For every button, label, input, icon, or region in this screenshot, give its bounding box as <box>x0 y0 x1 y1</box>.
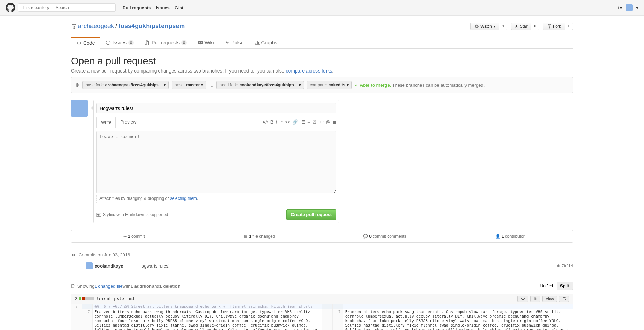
changed-files-link[interactable]: 1 changed file <box>95 284 123 289</box>
repo-name-link[interactable]: foss4gukhipsteripsem <box>119 23 185 30</box>
code-icon <box>77 41 81 45</box>
stats-bar: ⊸ 1 commit 🗎 1 file changed 💬 0 commit c… <box>71 230 573 243</box>
file-diff-icon <box>71 284 76 288</box>
rendered-toggle-icon[interactable]: 🗎 <box>530 296 540 302</box>
mention-icon[interactable]: @ <box>326 119 330 125</box>
code-icon[interactable]: <> <box>285 119 290 125</box>
commit-icon <box>71 253 76 257</box>
fork-count[interactable]: 1 <box>565 23 573 30</box>
repo-owner-link[interactable]: archaeogeek <box>78 23 114 30</box>
search-scope[interactable]: This repository <box>18 4 53 11</box>
repo-title: archaeogeek / foss4gukhipsteripsem <box>71 23 470 30</box>
pr-title-input[interactable] <box>96 103 336 113</box>
commit-row: cookandkaye Hogwarts rules! dc7bf14 <box>71 260 573 271</box>
eye-icon <box>474 24 479 29</box>
star-count[interactable]: 0 <box>531 23 539 30</box>
unified-view-button[interactable]: Unified <box>537 282 557 290</box>
page-title: Open a pull request <box>71 56 573 67</box>
view-file-button[interactable]: View <box>542 296 557 302</box>
text-size-icon[interactable]: AA <box>263 119 268 125</box>
pr-icon <box>145 40 150 45</box>
tab-graphs[interactable]: Graphs <box>249 37 283 48</box>
comment-box: Write Preview AABI ❝<>🔗 ☰≡☑ ↩@◼ Attach f… <box>93 100 339 223</box>
tab-wiki[interactable]: Wiki <box>192 37 219 48</box>
nav-pull-requests[interactable]: Pull requests <box>123 5 151 10</box>
page-subtitle: Create a new pull request by comparing c… <box>71 68 573 74</box>
source-toggle-icon[interactable]: <> <box>517 296 528 302</box>
user-menu-caret[interactable]: ▾ <box>636 5 638 10</box>
quote-icon[interactable]: ❝ <box>280 119 283 125</box>
tab-pull-requests[interactable]: Pull requests0 <box>139 37 192 48</box>
search-input[interactable] <box>53 4 115 11</box>
ol-icon[interactable]: ≡ <box>307 119 310 125</box>
merge-status: ✓ Able to merge. These branches can be a… <box>355 83 485 88</box>
ul-icon[interactable]: ☰ <box>301 119 305 125</box>
tab-issues[interactable]: Issues0 <box>100 37 139 48</box>
desktop-icon[interactable]: 🖵 <box>559 296 569 302</box>
file-diff: 2 loremhipster.md <> 🗎 View 🖵 ⇕ @@ -6,7 … <box>71 294 573 330</box>
split-view-button[interactable]: Split <box>557 282 573 290</box>
task-icon[interactable]: ☑ <box>312 119 316 125</box>
pulse-icon <box>225 40 230 45</box>
star-button[interactable]: ★ Star <box>511 23 531 30</box>
compare-branch-select[interactable]: compare: cnkedits ▾ <box>307 81 352 89</box>
markdown-hint[interactable]: Styling with Markdown is supported <box>96 212 168 217</box>
create-new-icon[interactable]: +▾ <box>617 5 622 10</box>
repo-forked-icon <box>71 24 77 29</box>
file-name[interactable]: loremhipster.md <box>97 296 134 301</box>
bold-icon[interactable]: B <box>270 119 273 125</box>
fork-button[interactable]: Fork <box>543 23 565 30</box>
comment-textarea[interactable] <box>96 131 336 193</box>
stat-comments[interactable]: 💬 0 commit comments <box>322 230 447 242</box>
user-avatar[interactable] <box>626 4 633 11</box>
select-files-link[interactable]: selecting them <box>170 196 197 201</box>
stat-commits[interactable]: ⊸ 1 commit <box>71 230 197 242</box>
reply-icon[interactable]: ↩ <box>320 119 324 125</box>
write-tab[interactable]: Write <box>96 117 116 128</box>
commit-sha[interactable]: dc7bf14 <box>557 264 573 268</box>
watch-button[interactable]: Watch ▾ <box>470 23 499 30</box>
watch-count[interactable]: 1 <box>499 23 507 30</box>
diffstat: 2 <box>75 297 94 301</box>
base-branch-select[interactable]: base: master ▾ <box>172 81 207 89</box>
nav-issues[interactable]: Issues <box>156 5 169 10</box>
base-fork-select[interactable]: base fork: archaeogeek/foss4gukhips... ▾ <box>82 81 169 89</box>
commit-message[interactable]: Hogwarts rules! <box>138 263 553 269</box>
book-icon <box>198 40 203 45</box>
bookmark-icon[interactable]: ◼ <box>332 119 336 125</box>
diff-context-row: 7Franzen bitters echo park swag thunderc… <box>71 309 573 330</box>
range-dots: … <box>209 83 214 88</box>
github-logo-icon[interactable] <box>6 3 15 12</box>
range-editor: base fork: archaeogeek/foss4gukhips... ▾… <box>71 77 573 93</box>
link-icon[interactable]: 🔗 <box>292 119 298 125</box>
fork-icon <box>547 24 551 29</box>
graph-icon <box>255 40 260 45</box>
expand-icon[interactable]: ⇕ <box>71 304 82 309</box>
head-fork-select[interactable]: head fork: cookandkaye/foss4gukhips... ▾ <box>216 81 304 89</box>
preview-tab[interactable]: Preview <box>116 116 141 128</box>
create-pr-button[interactable]: Create pull request <box>286 209 336 220</box>
search-container: This repository <box>18 3 116 12</box>
nav-gist[interactable]: Gist <box>175 5 183 10</box>
compare-forks-link[interactable]: compare across forks <box>286 68 332 74</box>
commit-author[interactable]: cookandkaye <box>86 262 134 269</box>
stat-contributors[interactable]: 👤 1 contributor <box>447 230 573 242</box>
markdown-icon <box>96 212 101 217</box>
author-avatar <box>71 100 88 117</box>
compare-icon <box>75 83 80 87</box>
attach-hint: Attach files by dragging & dropping or s… <box>96 194 336 203</box>
italic-icon[interactable]: I <box>276 119 277 125</box>
tab-pulse[interactable]: Pulse <box>219 37 249 48</box>
issue-icon <box>106 40 111 45</box>
commits-date: Commits on Jun 03, 2016 <box>71 249 573 260</box>
stat-files[interactable]: 🗎 1 file changed <box>197 230 322 242</box>
tab-code[interactable]: Code <box>71 37 100 49</box>
hunk-header: ⇕ @@ -6,7 +6,7 @@ Street art bitters kna… <box>71 304 573 309</box>
